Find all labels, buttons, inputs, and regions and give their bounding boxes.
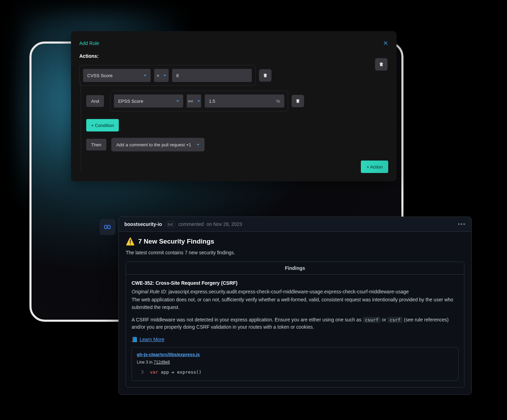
infinity-icon [101, 221, 113, 233]
connector-and-label: And [91, 99, 99, 104]
comment-author[interactable]: boostsecurity-io [124, 221, 162, 227]
chevron-down-icon [197, 144, 199, 146]
connector-and[interactable]: And [86, 95, 104, 107]
delete-condition-2-button[interactable] [292, 95, 304, 107]
field-select-1[interactable]: CVSS Score [83, 69, 151, 82]
findings-table-header: Findings [126, 262, 464, 275]
field-select-2-label: EPSS Score [118, 99, 143, 104]
field-select-2[interactable]: EPSS Score [114, 94, 183, 108]
value-input-2[interactable]: % [205, 94, 284, 108]
original-rule-id: javascript.express.security.audit.expres… [169, 289, 409, 294]
then-action-label: Add a comment to the pull request +1 [116, 142, 191, 147]
commented-label: commented [178, 221, 204, 227]
chevron-down-icon [197, 100, 200, 102]
github-comment: boostsecurity-io bot commented on Nov 28… [118, 217, 472, 395]
then-chip-label: Then [91, 142, 101, 147]
delete-action-button[interactable] [375, 58, 388, 71]
field-select-1-label: CVSS Score [87, 73, 113, 78]
operator-select-2[interactable]: >= [187, 94, 201, 108]
file-link[interactable]: gh-js-clear/src/libs/express.js [137, 352, 200, 357]
add-rule-modal: Add Rule ✕ Actions: CVSS Score > A [71, 31, 397, 181]
line-label: Line 3 in [137, 360, 154, 365]
finding-description-1: The web application does not, or can not… [132, 296, 459, 311]
then-action-select[interactable]: Add a comment to the pull request +1 [111, 138, 205, 152]
value-input-2-field[interactable] [209, 99, 266, 104]
code-rest: app = express() [158, 369, 201, 375]
findings-subheading: The latest commit contains 7 new securit… [126, 250, 464, 255]
add-action-button[interactable]: + Action [361, 161, 388, 173]
value-input-1-field[interactable] [176, 73, 248, 78]
warning-icon: ⚠️ [126, 237, 135, 246]
finding-description-2: A CSRF middleware was not detected in yo… [132, 316, 459, 331]
findings-table: Findings CWE-352: Cross-Site Request For… [126, 262, 464, 387]
commit-hash-link[interactable]: 712d9e8 [154, 360, 170, 365]
learn-more-link[interactable]: 📘 Learn More [132, 336, 164, 344]
code-keyword: var [150, 369, 158, 375]
kebab-menu-icon[interactable]: ••• [458, 221, 466, 227]
comment-date: on Nov 28, 2023 [206, 221, 242, 227]
chevron-down-icon [144, 75, 146, 76]
operator-select-2-label: >= [188, 99, 193, 104]
code-csrf: csrf [388, 317, 402, 323]
code-csurf: csurf [363, 317, 381, 323]
bot-badge: bot [165, 221, 176, 227]
document-icon: 📘 [132, 336, 137, 344]
condition-group-1: CVSS Score > [79, 65, 256, 86]
chevron-down-icon [163, 75, 166, 76]
avatar [99, 219, 115, 235]
original-rule-label: Original Rule ID [132, 289, 166, 294]
operator-select-1-label: > [157, 73, 159, 78]
code-block: gh-js-clear/src/libs/express.js Line 3 i… [132, 347, 459, 381]
modal-title: Add Rule [79, 40, 99, 46]
delete-condition-1-button[interactable] [259, 69, 272, 82]
learn-more-label: Learn More [140, 336, 164, 344]
findings-heading: 7 New Security Findings [138, 238, 214, 245]
add-condition-button[interactable]: + Condition [86, 119, 119, 131]
value-input-1[interactable] [172, 69, 252, 82]
code-line-number: 3 [137, 369, 144, 376]
then-chip: Then [86, 139, 106, 150]
actions-label: Actions: [79, 53, 388, 59]
value-suffix-2: % [276, 99, 281, 104]
operator-select-1[interactable]: > [154, 69, 169, 82]
condition-group-2: EPSS Score >= % [110, 91, 288, 111]
cwe-title: CWE-352: Cross-Site Request Forgery (CSR… [132, 280, 459, 287]
chevron-down-icon [176, 100, 179, 102]
close-icon[interactable]: ✕ [383, 39, 388, 47]
